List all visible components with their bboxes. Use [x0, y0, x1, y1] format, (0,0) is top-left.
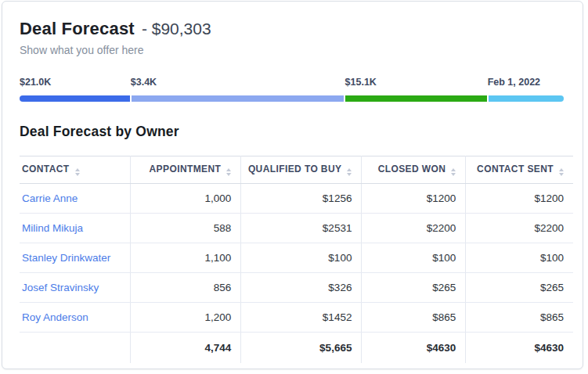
contact-sent-cell: $265 [466, 273, 573, 303]
table-row: Stanley Drinkwater 1,100 $100 $100 $100 [20, 243, 573, 273]
closed-won-cell: $100 [362, 243, 466, 273]
totals-contact-sent: $4630 [466, 333, 573, 364]
column-header-qualified-to-buy[interactable]: Qualified to buy [241, 156, 362, 184]
forecast-bar [20, 95, 564, 102]
contact-link[interactable]: Milind Mikuja [22, 222, 83, 234]
sort-icon[interactable] [226, 168, 231, 176]
table-row: Carrie Anne 1,000 $1256 $1200 $1200 [20, 184, 573, 214]
closed-won-cell: $2200 [362, 214, 466, 243]
sort-icon[interactable] [347, 168, 352, 176]
qualified-cell: $1452 [241, 303, 362, 333]
column-header-contact-sent[interactable]: Contact sent [466, 156, 573, 184]
table-totals-row: 4,744 $5,665 $4630 $4630 [20, 333, 573, 364]
appointment-cell: 1,200 [130, 303, 240, 333]
column-header-closed-won[interactable]: Closed won [362, 156, 466, 184]
page-subtitle: Show what you offer here [20, 44, 573, 56]
closed-won-cell: $1200 [362, 184, 466, 214]
qualified-cell: $1256 [241, 184, 362, 214]
bar-label-closed: $15.1K [345, 77, 488, 88]
bar-segment-2[interactable] [132, 95, 344, 102]
table-row: Milind Mikuja 588 $2531 $2200 $2200 [20, 214, 573, 243]
sort-icon[interactable] [75, 168, 80, 176]
column-header-appointment[interactable]: Appointment [130, 156, 240, 184]
bar-segment-4[interactable] [489, 95, 564, 102]
deal-forecast-card: Deal Forecast - $90,303 Show what you of… [2, 1, 583, 369]
contact-sent-cell: $100 [466, 243, 573, 273]
totals-qualified: $5,665 [241, 333, 362, 364]
sort-icon[interactable] [451, 168, 456, 176]
totals-appointment: 4,744 [130, 333, 240, 364]
totals-closed-won: $4630 [362, 333, 466, 364]
qualified-cell: $100 [241, 243, 362, 273]
contact-sent-cell: $1200 [466, 184, 573, 214]
forecast-bar-labels: $21.0K $3.4K $15.1K Feb 1, 2022 [20, 77, 564, 88]
bar-label-appointment: $21.0K [20, 77, 131, 88]
table-header-row: Contact Appointment Qualified to buy Clo… [20, 156, 573, 184]
closed-won-cell: $265 [362, 273, 466, 303]
sort-icon[interactable] [559, 168, 564, 176]
totals-empty-cell [20, 333, 130, 364]
bar-label-date: Feb 1, 2022 [488, 77, 564, 88]
forecast-total-amount: - $90,303 [142, 20, 211, 38]
appointment-cell: 856 [130, 273, 240, 303]
contact-link[interactable]: Stanley Drinkwater [22, 252, 110, 264]
bar-segment-1[interactable] [20, 95, 130, 102]
contact-sent-cell: $865 [466, 303, 573, 333]
bar-label-qualified: $3.4K [131, 77, 345, 88]
forecast-progress: $21.0K $3.4K $15.1K Feb 1, 2022 [20, 77, 564, 102]
bar-segment-3[interactable] [345, 95, 487, 102]
page-title: Deal Forecast [20, 19, 135, 39]
contact-link[interactable]: Carrie Anne [22, 192, 78, 204]
appointment-cell: 1,000 [130, 184, 240, 214]
qualified-cell: $2531 [241, 214, 362, 243]
table-row: Roy Anderson 1,200 $1452 $865 $865 [20, 303, 573, 333]
section-title: Deal Forecast by Owner [20, 124, 573, 140]
qualified-cell: $326 [241, 273, 362, 303]
contact-sent-cell: $2200 [466, 214, 573, 243]
appointment-cell: 588 [130, 214, 240, 243]
contact-link[interactable]: Roy Anderson [22, 311, 88, 323]
card-header: Deal Forecast - $90,303 [20, 19, 573, 39]
column-header-contact[interactable]: Contact [20, 156, 130, 184]
appointment-cell: 1,100 [130, 243, 240, 273]
closed-won-cell: $865 [362, 303, 466, 333]
deal-forecast-table: Contact Appointment Qualified to buy Clo… [20, 156, 573, 363]
table-row: Josef Stravinsky 856 $326 $265 $265 [20, 273, 573, 303]
contact-link[interactable]: Josef Stravinsky [22, 282, 99, 293]
